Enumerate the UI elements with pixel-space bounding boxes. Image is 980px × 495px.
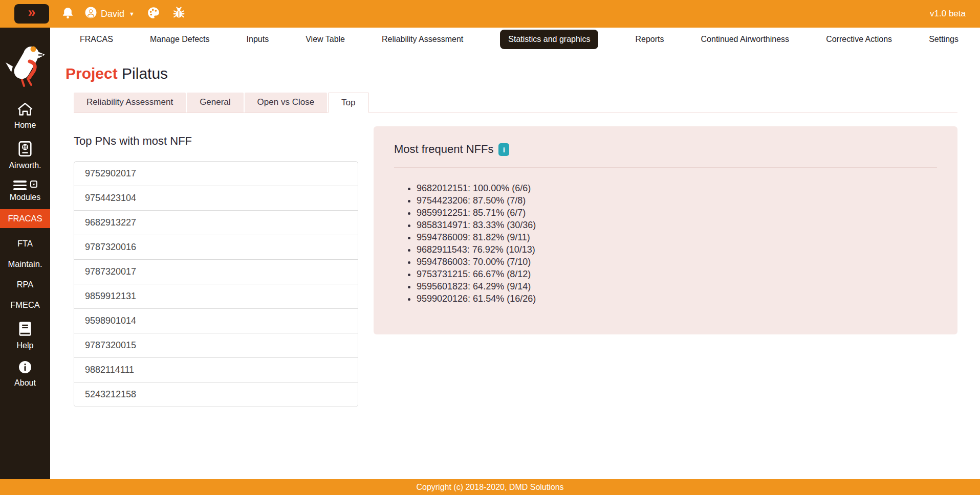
module-navbar: FRACAS Manage Defects Inputs View Table … [50, 28, 980, 51]
nav-item-continued-airworthiness[interactable]: Continued Airworthiness [701, 35, 790, 44]
page-title-project-name: Pilatus [122, 65, 168, 82]
window-dropdown-icon [30, 181, 37, 190]
list-item: 9754423206: 87.50% (7/8) [417, 194, 937, 207]
sidebar: Home Airworth. Modules FRACAS FTA Mainta… [0, 28, 50, 479]
user-name: David [101, 9, 124, 19]
list-item: 9859912251: 85.71% (6/7) [417, 207, 937, 219]
info-badge-icon[interactable]: i [498, 143, 509, 156]
sidebar-item-fta[interactable]: FTA [17, 238, 33, 249]
most-frequent-nffs-heading: Most frequent NFFs i [394, 143, 937, 156]
nff-list: 9682012151: 100.00% (6/6) 9754423206: 87… [394, 182, 937, 305]
menu-icon [13, 181, 27, 190]
tab-bar: Reliability Assessment General Open vs C… [74, 93, 957, 113]
copyright-text: Copyright (c) 2018-2020, DMD Solutions [416, 483, 563, 492]
list-item: 9594786009: 81.82% (9/11) [417, 231, 937, 243]
most-frequent-nffs-heading-text: Most frequent NFFs [394, 143, 493, 156]
sidebar-item-fracas[interactable]: FRACAS [0, 209, 50, 228]
sidebar-item-label: Airworth. [9, 161, 41, 170]
sidebar-item-maintain[interactable]: Maintain. [8, 259, 42, 269]
user-menu[interactable]: David ▼ [84, 6, 135, 21]
book-icon [18, 321, 32, 339]
list-item: 5243212158 [74, 382, 358, 407]
list-item: 9858314971: 83.33% (30/36) [417, 219, 937, 231]
double-chevron-icon: » [28, 6, 35, 19]
passport-icon [18, 141, 32, 159]
nav-item-statistics-and-graphics[interactable]: Statistics and graphics [500, 30, 598, 49]
app-version: v1.0 beta [930, 9, 966, 19]
nav-item-fracas[interactable]: FRACAS [80, 35, 113, 44]
top-pns-section: Top PNs with most NFF 9752902017 9754423… [74, 113, 358, 407]
sidebar-item-home[interactable]: Home [0, 102, 50, 130]
list-item: 9599020126: 61.54% (16/26) [417, 292, 937, 305]
tab-content: Top PNs with most NFF 9752902017 9754423… [66, 113, 957, 407]
list-item: 9682012151: 100.00% (6/6) [417, 182, 937, 194]
list-item: 9752902017 [74, 161, 358, 186]
sidebar-toggle-button[interactable]: » [14, 4, 49, 24]
chevron-down-icon: ▼ [129, 11, 135, 17]
nav-item-reports[interactable]: Reports [635, 35, 664, 44]
main-area: FRACAS Manage Defects Inputs View Table … [50, 28, 980, 479]
notifications-button[interactable] [61, 6, 74, 22]
nav-item-reliability-assessment[interactable]: Reliability Assessment [382, 35, 463, 44]
nav-item-view-table[interactable]: View Table [306, 35, 345, 44]
tab-open-vs-close[interactable]: Open vs Close [245, 93, 328, 112]
footer: Copyright (c) 2018-2020, DMD Solutions [0, 479, 980, 495]
sidebar-item-label: Home [14, 121, 36, 130]
bird-logo-icon [5, 81, 46, 89]
bell-icon [61, 6, 74, 22]
debug-button[interactable] [172, 6, 185, 21]
nav-item-corrective-actions[interactable]: Corrective Actions [826, 35, 892, 44]
bug-icon [172, 6, 185, 21]
page-title: Project Pilatus [66, 64, 957, 82]
sidebar-item-modules[interactable]: Modules [0, 181, 50, 202]
list-item: 9859912131 [74, 284, 358, 309]
nav-item-inputs[interactable]: Inputs [247, 35, 269, 44]
tab-top[interactable]: Top [328, 93, 368, 113]
list-item: 9882114111 [74, 357, 358, 382]
list-item: 9682911543: 76.92% (10/13) [417, 243, 937, 256]
tab-reliability-assessment[interactable]: Reliability Assessment [74, 93, 186, 112]
list-item: 9787320017 [74, 259, 358, 284]
sidebar-item-help[interactable]: Help [0, 321, 50, 350]
list-item: 9753731215: 66.67% (8/12) [417, 268, 937, 280]
top-pns-list: 9752902017 9754423104 9682913227 9787320… [74, 161, 358, 407]
sidebar-item-airworthiness[interactable]: Airworth. [0, 141, 50, 170]
nav-item-settings[interactable]: Settings [929, 35, 959, 44]
sidebar-item-label: Help [17, 341, 34, 350]
page-body: Project Pilatus Reliability Assessment G… [50, 51, 980, 479]
nav-item-manage-defects[interactable]: Manage Defects [150, 35, 210, 44]
user-icon [84, 6, 97, 21]
page-title-accent: Project [66, 65, 118, 82]
sidebar-item-label: About [14, 378, 36, 388]
top-pns-heading: Top PNs with most NFF [74, 134, 358, 148]
sidebar-item-rpa[interactable]: RPA [17, 279, 34, 289]
list-item: 9787320015 [74, 333, 358, 358]
sidebar-item-about[interactable]: About [0, 361, 50, 388]
list-item: 9787320016 [74, 235, 358, 260]
app-shell: Home Airworth. Modules FRACAS FTA Mainta… [0, 28, 980, 479]
palette-icon [147, 6, 160, 21]
info-circle-icon [18, 361, 32, 376]
home-icon [17, 102, 33, 118]
list-item: 9598901014 [74, 308, 358, 333]
app-logo[interactable] [5, 41, 46, 90]
tab-general[interactable]: General [187, 93, 243, 112]
list-item: 9754423104 [74, 186, 358, 211]
top-bar: » David ▼ v1.0 beta [0, 0, 980, 28]
sidebar-item-label: Modules [10, 193, 40, 202]
list-item: 9594786003: 70.00% (7/10) [417, 256, 937, 268]
most-frequent-nffs-panel: Most frequent NFFs i 9682012151: 100.00%… [374, 126, 957, 334]
list-item: 9595601823: 64.29% (9/14) [417, 280, 937, 292]
sidebar-item-fmeca[interactable]: FMECA [10, 300, 40, 310]
theme-button[interactable] [147, 6, 160, 21]
list-item: 9682913227 [74, 210, 358, 235]
panel-divider [394, 167, 937, 168]
